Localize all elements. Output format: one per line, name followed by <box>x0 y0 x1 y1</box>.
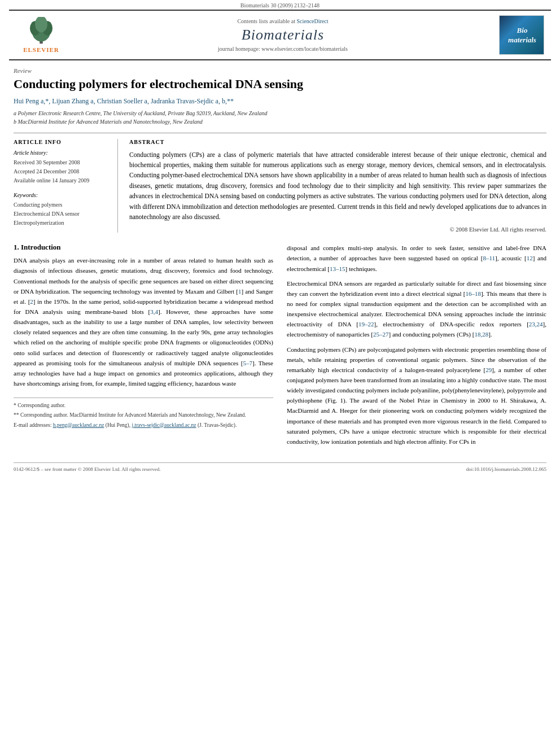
footnote-email: E-mail addresses: h.peng@auckland.ac.nz … <box>14 421 273 429</box>
right-para-3: Conducting polymers (CPs) are polyconjug… <box>287 344 546 447</box>
ref-19-22[interactable]: 19–22 <box>358 321 374 327</box>
ref-2[interactable]: 2 <box>30 298 33 305</box>
citation-bar: Biomaterials 30 (2009) 2132–2148 <box>0 0 560 10</box>
email-link-1[interactable]: h.peng@auckland.ac.nz <box>53 422 104 428</box>
ref-12[interactable]: 12 <box>527 255 533 261</box>
ref-13-15[interactable]: 13–15 <box>330 265 345 272</box>
keywords-label: Keywords: <box>14 192 110 198</box>
journal-center-info: Contents lists available at ScienceDirec… <box>67 18 499 52</box>
keyword-3: Electropolymerization <box>14 219 110 228</box>
article-body: ARTICLE INFO Article history: Received 3… <box>14 139 546 233</box>
received-date: Received 30 September 2008 <box>14 158 110 167</box>
journal-logo-right: Bio materials <box>499 15 544 55</box>
keyword-2: Electrochemical DNA sensor <box>14 209 110 219</box>
affiliations: a Polymer Electronic Research Centre, Th… <box>14 109 546 126</box>
right-column: disposal and complex multi-step analysis… <box>287 243 546 451</box>
ref-8-11[interactable]: 8–11 <box>483 255 495 261</box>
footnote-1: * Corresponding author. <box>14 401 273 409</box>
elsevier-logo: ELSEVIER <box>16 17 67 53</box>
bottom-doi: doi:10.1016/j.biomaterials.2008.12.065 <box>466 466 546 472</box>
abstract-column: ABSTRACT Conducting polymers (CPs) are a… <box>129 139 546 233</box>
intro-para-1: DNA analysis plays an ever-increasing ro… <box>14 255 273 388</box>
section-label: Review <box>14 67 546 74</box>
abstract-text: Conducting polymers (CPs) are a class of… <box>129 150 546 222</box>
journal-logo-canvas: Bio materials <box>500 16 544 55</box>
bottom-bar: 0142-9612/$ – see front matter © 2008 El… <box>14 462 546 472</box>
abstract-header: ABSTRACT <box>129 139 546 145</box>
email-link-2[interactable]: j.travs-sejdic@auckland.ac.nz <box>132 422 196 428</box>
ref-25-27[interactable]: 25–27 <box>373 331 389 338</box>
journal-header: ELSEVIER Contents lists available at Sci… <box>9 10 551 60</box>
elsevier-label: ELSEVIER <box>23 46 59 53</box>
available-online-date: Available online 14 January 2009 <box>14 176 110 185</box>
accepted-date: Accepted 24 December 2008 <box>14 167 110 176</box>
right-para-2: Electrochemical DNA sensors are regarded… <box>287 278 546 340</box>
ref-18-28[interactable]: 18,28 <box>474 331 488 338</box>
article-two-col: 1. Introduction DNA analysis plays an ev… <box>14 243 546 451</box>
intro-heading: 1. Introduction <box>14 243 273 252</box>
ref-1[interactable]: 1 <box>238 288 242 295</box>
copyright-line: © 2008 Elsevier Ltd. All rights reserved… <box>129 226 546 233</box>
ref-23-24[interactable]: 23,24 <box>529 321 543 327</box>
left-column: 1. Introduction DNA analysis plays an ev… <box>14 243 273 451</box>
right-para-1: disposal and complex multi-step analysis… <box>287 243 546 273</box>
authors-line: Hui Peng a,*, Lijuan Zhang a, Christian … <box>14 97 546 106</box>
sciencedirect-line: Contents lists available at ScienceDirec… <box>72 18 493 24</box>
article-info-header: ARTICLE INFO <box>14 139 110 145</box>
elsevier-tree-icon <box>24 17 58 45</box>
main-content: Review Conducting polymers for electroch… <box>0 60 560 483</box>
article-history-label: Article history: <box>14 150 110 156</box>
footnotes-section: * Corresponding author. ** Corresponding… <box>14 397 273 429</box>
ref-5-7[interactable]: 5–7 <box>243 360 252 366</box>
keyword-1: Conducting polymers <box>14 200 110 209</box>
keywords-section: Keywords: Conducting polymers Electroche… <box>14 192 110 228</box>
ref-3-4[interactable]: 3,4 <box>150 308 158 315</box>
journal-title: Biomaterials <box>72 27 493 43</box>
journal-logo-text: Bio materials <box>508 26 536 45</box>
footnote-2: ** Corresponding author. MacDiarmid Inst… <box>14 411 273 419</box>
paper-title: Conducting polymers for electrochemical … <box>14 76 546 93</box>
journal-homepage: journal homepage: www.elsevier.com/locat… <box>72 46 493 52</box>
affiliation-b: b MacDiarmid Institute for Advanced Mate… <box>14 117 546 126</box>
sciencedirect-link[interactable]: ScienceDirect <box>296 18 328 24</box>
citation-text: Biomaterials 30 (2009) 2132–2148 <box>240 2 320 8</box>
divider <box>14 133 546 133</box>
page-wrapper: Biomaterials 30 (2009) 2132–2148 ELSEVIE… <box>0 0 560 483</box>
affiliation-a: a Polymer Electronic Research Centre, Th… <box>14 109 546 117</box>
ref-29[interactable]: 29 <box>485 366 492 373</box>
article-info-column: ARTICLE INFO Article history: Received 3… <box>14 139 118 233</box>
ref-16-18[interactable]: 16–18 <box>465 290 481 297</box>
bottom-issn: 0142-9612/$ – see front matter © 2008 El… <box>14 466 161 472</box>
